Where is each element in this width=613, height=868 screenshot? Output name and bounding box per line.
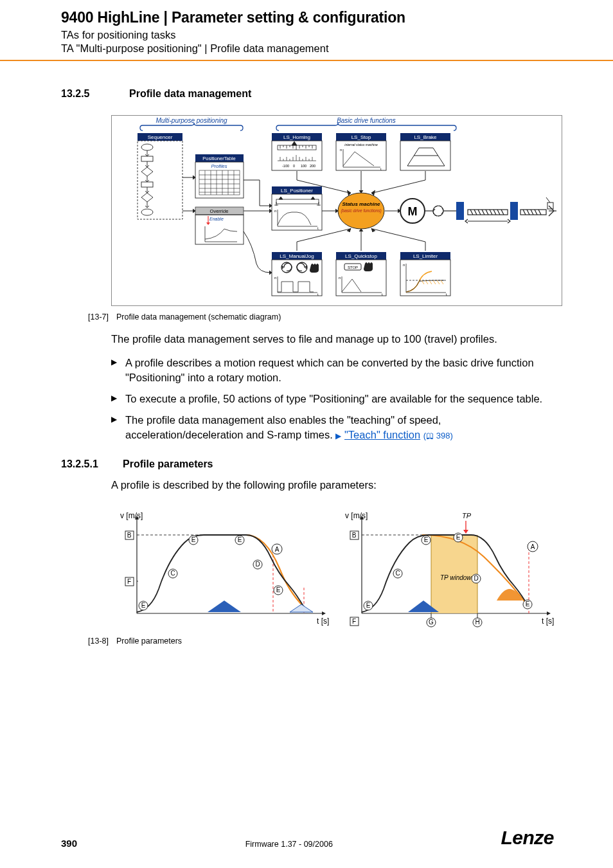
lbl-E4-r: E (526, 601, 530, 608)
paragraph-2: A profile is described by the following … (111, 478, 559, 493)
svg-rect-4 (141, 156, 153, 161)
label-sequencer: Sequencer (148, 134, 173, 140)
lbl-E1-r: E (366, 602, 371, 609)
label-axis-200: 200 (310, 164, 315, 168)
svg-rect-97 (547, 203, 553, 209)
figure-13-8-caption: [13-8] Profile parameters (88, 637, 559, 646)
lbl-E4-l: E (276, 586, 281, 593)
svg-line-138 (373, 229, 425, 242)
page-ref-num: 398 (436, 431, 450, 440)
teach-function-link[interactable]: "Teach" function (344, 429, 420, 440)
doc-title: 9400 HighLine | Parameter setting & conf… (61, 9, 613, 26)
page-number: 390 (61, 838, 77, 849)
svg-rect-75 (456, 202, 464, 220)
svg-line-79 (478, 210, 481, 215)
svg-line-83 (493, 210, 496, 215)
lbl-B-l: B (127, 532, 132, 539)
label-n-pos: n (274, 209, 276, 213)
svg-point-10 (141, 209, 153, 215)
label-ls-limiter: LS_Limiter (413, 253, 438, 259)
svg-line-87 (523, 210, 526, 215)
doc-subtitle-2: TA "Multi-purpose positioning" | Profile… (61, 42, 613, 55)
figure-id: [13-7] (88, 312, 109, 321)
svg-rect-13 (199, 170, 240, 195)
svg-rect-7 (141, 182, 153, 187)
bullet-list: A profile describes a motion request whi… (111, 356, 559, 442)
lbl-F-l: F (127, 578, 131, 585)
label-status-machine: Status machine (342, 201, 380, 207)
label-ls-homing: LS_Homing (283, 134, 310, 140)
label-ls-brake: LS_Brake (414, 134, 437, 140)
label-ls-manualjog: LS_ManualJog (280, 253, 314, 259)
label-override: Override (210, 208, 229, 214)
figure-caption-text-2: Profile parameters (116, 637, 182, 646)
lbl-C-l: C (170, 570, 175, 577)
lbl-A-l: A (275, 546, 280, 553)
label-ls-positioner: LS_Positioner (281, 188, 313, 194)
link-arrow-icon: ▶ (335, 431, 341, 440)
page-header: 9400 HighLine | Parameter setting & conf… (0, 0, 613, 55)
bullet-3: The profile data management also enables… (111, 413, 559, 442)
label-positionertable: PositionerTable (202, 156, 235, 161)
paragraph-intro: The profile data management serves to fi… (111, 332, 559, 347)
lbl-E2-l: E (191, 536, 196, 543)
lbl-D-l: D (255, 561, 260, 568)
lbl-E3-r: E (456, 534, 461, 541)
svg-line-116 (425, 280, 428, 284)
svg-line-120 (441, 280, 443, 284)
svg-line-85 (501, 210, 504, 215)
figure-13-7: Multi-purpose positioning Basic drive fu… (111, 115, 562, 306)
svg-line-118 (433, 280, 436, 284)
bullet-2: To execute a profile, 50 actions of type… (111, 392, 559, 406)
label-enable: Enable (209, 217, 224, 221)
label-TP: TP (462, 512, 472, 520)
label-n-lim: n (403, 263, 405, 267)
label-n-stop: n (340, 148, 342, 152)
label-v-left: v [m/s] (120, 511, 143, 520)
svg-line-84 (497, 210, 500, 215)
figure-13-8: v [m/s] t [s] B (111, 504, 561, 630)
svg-line-88 (527, 210, 529, 215)
svg-point-2 (141, 144, 153, 150)
subsection-title: Profile parameters (123, 458, 213, 470)
svg-line-82 (490, 210, 492, 215)
doc-subtitle-1: TAs for positioning tasks (61, 29, 613, 41)
svg-line-117 (429, 280, 432, 284)
label-TPwindow: TP window (440, 574, 472, 581)
subsection-number: 13.2.5.1 (61, 458, 111, 470)
page-ref[interactable]: (🕮 398) (423, 431, 453, 440)
subsection-heading: 13.2.5.1 Profile parameters (61, 458, 559, 470)
svg-line-91 (538, 210, 541, 215)
lbl-F-r: F (352, 618, 356, 625)
svg-line-131 (373, 180, 425, 193)
svg-rect-1 (138, 141, 182, 219)
book-icon: 🕮 (426, 431, 434, 440)
svg-line-98 (546, 197, 550, 203)
lbl-E3-l: E (238, 536, 242, 543)
label-mpp: Multi-purpose positioning (155, 117, 227, 124)
label-n-jog: n (274, 276, 276, 280)
label-t-right: t [s] (542, 617, 554, 626)
label-bdf: Basic drive functions (337, 117, 396, 124)
svg-line-78 (474, 210, 477, 215)
lbl-A-r: A (531, 543, 535, 550)
label-ls-quickstop: LS_Quickstop (345, 253, 377, 259)
figure-13-7-caption: [13-7] Profile data management (schemati… (88, 312, 559, 321)
label-axis-m100: -100 (282, 164, 289, 168)
figure-id-2: [13-8] (88, 637, 109, 646)
svg-line-89 (531, 210, 533, 215)
svg-rect-65 (276, 199, 319, 204)
label-basic-drive-fn: (basic drive functions) (341, 208, 381, 213)
svg-line-94 (549, 211, 554, 216)
page-footer: 390 Firmware 1.37 - 09/2006 Lenze (0, 827, 613, 849)
lbl-G-r: G (429, 619, 434, 626)
label-motor-m: M (408, 205, 418, 218)
label-ls-stop: LS_Stop (351, 134, 371, 140)
svg-line-81 (486, 210, 488, 215)
label-t-pos: t (317, 226, 319, 230)
lbl-C-r: C (395, 570, 400, 577)
section-number: 13.2.5 (61, 88, 111, 100)
label-profiles: Profiles (211, 163, 227, 169)
svg-rect-92 (510, 202, 518, 220)
bullet-1: A profile describes a motion request whi… (111, 356, 559, 385)
